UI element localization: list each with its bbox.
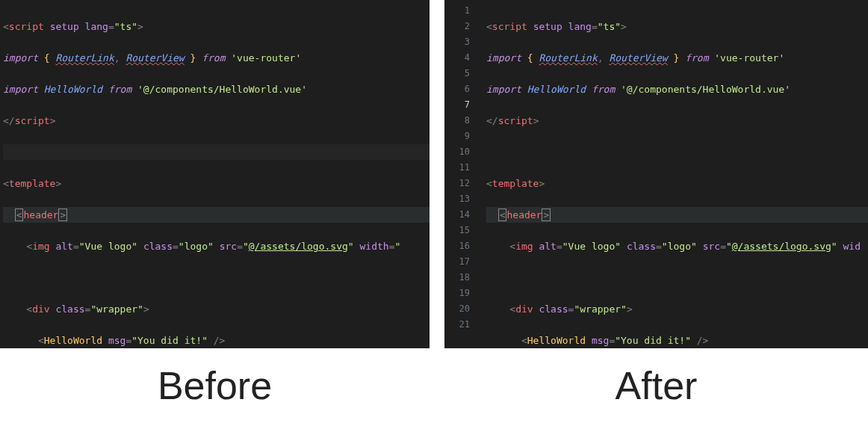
line-number[interactable]: 17	[444, 254, 480, 270]
label-before: Before	[0, 363, 430, 408]
line-number[interactable]: 21	[444, 317, 480, 333]
line-number[interactable]: 20	[444, 301, 480, 317]
line-number[interactable]: 4	[444, 50, 480, 66]
label-after: After	[444, 363, 868, 408]
labels-row: Before After	[0, 363, 868, 408]
line-number[interactable]: 8	[444, 113, 480, 129]
line-number[interactable]: 2	[444, 19, 480, 34]
code-area-before[interactable]: <script setup lang="ts"> import { Router…	[0, 0, 430, 348]
line-number[interactable]: 5	[444, 66, 480, 81]
line-gutter[interactable]: 1 2 3 4 5 6 7 8 9 10 11 12 13 14 15 16 1…	[444, 0, 480, 348]
line-number[interactable]: 18	[444, 270, 480, 286]
line-number[interactable]: 12	[444, 176, 480, 191]
line-number[interactable]: 16	[444, 238, 480, 254]
line-number[interactable]: 10	[444, 144, 480, 160]
code-area-after[interactable]: <script setup lang="ts"> import { Router…	[480, 0, 868, 348]
line-number[interactable]: 15	[444, 223, 480, 238]
line-number[interactable]: 3	[444, 34, 480, 50]
line-number[interactable]: 11	[444, 160, 480, 176]
line-number[interactable]: 19	[444, 286, 480, 301]
line-number[interactable]: 1	[444, 3, 480, 19]
editor-after: 1 2 3 4 5 6 7 8 9 10 11 12 13 14 15 16 1…	[444, 0, 868, 348]
line-number[interactable]: 13	[444, 191, 480, 207]
line-number[interactable]: 6	[444, 81, 480, 97]
editor-before: <script setup lang="ts"> import { Router…	[0, 0, 430, 348]
line-number[interactable]: 9	[444, 129, 480, 144]
line-number-current[interactable]: 7	[444, 97, 480, 113]
comparison-container: <script setup lang="ts"> import { Router…	[0, 0, 868, 348]
line-number[interactable]: 14	[444, 207, 480, 223]
